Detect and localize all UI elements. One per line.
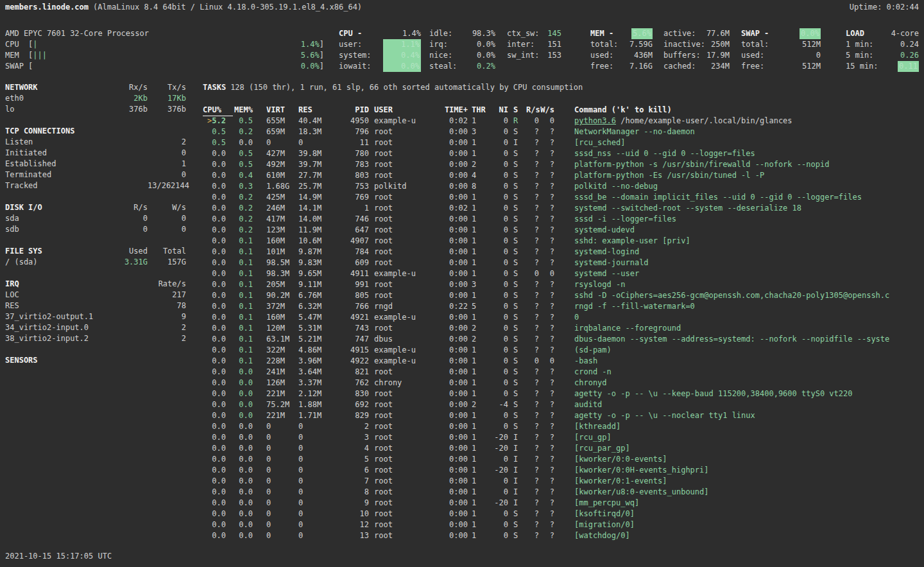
cell-user: root (369, 279, 416, 290)
cell-ni: 0 (486, 323, 508, 334)
cell-time: 0:00 (416, 148, 468, 159)
cell-time: 0:00 (416, 509, 468, 519)
cell-mem: 0.3 (226, 181, 253, 192)
section-header: NETWORKRx/sTx/s (5, 82, 186, 93)
cpu-value: 0.0 (212, 182, 226, 191)
cell-wps: ? (539, 476, 554, 487)
cpu-value: 0.0 (212, 324, 226, 333)
cell-time: 0:00 (416, 399, 468, 410)
cell-res: 2.12M (298, 388, 345, 399)
stat-label: active: (663, 28, 696, 39)
cell-thr: 5 (468, 301, 486, 312)
stat-label: steal: (429, 61, 457, 72)
command-name: [kworker/u8:0-events_unbound] (574, 487, 709, 496)
process-row: 0.00.0009root0:001-20I??[mm_percpu_wq] (203, 498, 924, 509)
cell-state: S (508, 181, 526, 192)
command-args: /home/example-user/.local/bin/glances (616, 116, 792, 125)
diskio-panel: DISK I/OR/sW/ssda00sdb00 (5, 202, 186, 235)
cell-virt: 120M (253, 323, 298, 334)
cpu-value: 0.0 (212, 487, 226, 496)
cell-rps: ? (526, 203, 539, 214)
cpu-value: 0.0 (212, 520, 226, 529)
cell-mem: 0.1 (226, 279, 253, 290)
cell-cpu: 0.0 (203, 509, 226, 519)
cell-wps: ? (539, 312, 554, 323)
cpu-value: 0.0 (212, 345, 226, 354)
cell-user: root (369, 530, 416, 541)
cpu-value: 5.2 (212, 116, 226, 125)
glances-terminal-screen[interactable]: members.linode.com (AlmaLinux 8.4 64bit … (0, 0, 924, 567)
stat-label: 5 min: (846, 50, 873, 61)
cell-thr: 1 (468, 487, 486, 498)
stat-label: cached: (663, 61, 696, 72)
stat-label: inactive: (663, 39, 705, 50)
command-name: rngd -f --fill-watermark=0 (574, 302, 695, 311)
item-value-1: 2Kb (112, 93, 148, 104)
item-value-2: 0 (148, 170, 186, 180)
command-name: -bash (574, 356, 597, 365)
stat-value: 512M (802, 61, 821, 72)
item-value-2: 2 (148, 137, 186, 148)
item-value-2: 17Kb (148, 93, 186, 104)
command-name: [kworker/0:1-events] (574, 476, 667, 485)
cell-time: 0:00 (416, 421, 468, 432)
cell-cpu: 0.0 (203, 378, 226, 388)
item-value-1 (112, 170, 148, 180)
cell-ni: 0 (486, 268, 508, 279)
col-header-mem: MEM% (226, 105, 253, 116)
cell-command: [rcu_gp] (554, 432, 924, 443)
cell-res: 11.9M (298, 225, 345, 236)
cell-pid: 783 (345, 159, 369, 170)
stat-label: free: (590, 61, 613, 72)
cell-state: I (508, 487, 526, 498)
cell-res: 39.8M (298, 148, 345, 159)
cpu-value: 0.0 (212, 476, 226, 485)
cell-virt: 417M (253, 214, 298, 225)
quicklook-panel: AMD EPYC 7601 32-Core Processor CPU[|1.4… (5, 28, 324, 72)
command-name: systemd-udevd (574, 225, 635, 234)
cell-wps: ? (539, 159, 554, 170)
section-col1-header: R/s (112, 202, 148, 213)
cell-pid: 7 (345, 476, 369, 487)
cell-mem: 0.5 (226, 116, 253, 126)
cell-command: [mm_percpu_wq] (554, 498, 924, 509)
cell-wps: 0 (539, 116, 554, 126)
cell-ni: 0 (486, 454, 508, 465)
stat-value: 0.11 (898, 61, 919, 72)
cell-pid: 11 (345, 137, 369, 148)
cell-user: example-u (369, 312, 416, 323)
command-name: sssd_nss --uid 0 --gid 0 --logger=files (574, 149, 755, 158)
cell-cpu: 0.0 (203, 421, 226, 432)
cell-pid: 6 (345, 465, 369, 476)
cell-command: [kworker/u8:0-events_unbound] (554, 487, 924, 498)
cell-state: I (508, 443, 526, 454)
cell-res: 1.88M (298, 399, 345, 410)
cell-rps: ? (526, 378, 539, 388)
cell-state: S (508, 530, 526, 541)
stat-value: 1.4% (402, 28, 421, 39)
cell-virt: 75.2M (253, 399, 298, 410)
cell-rps: ? (526, 367, 539, 378)
cell-command: sssd -i --logger=files (554, 214, 924, 225)
load-panel: LOAD4-core1 min:0.245 min:0.2615 min:0.1… (846, 28, 919, 72)
cell-ni: 0 (486, 367, 508, 378)
mem-panel: MEM -5.6%total:7.59Gused:436Mfree:7.16G (590, 28, 653, 72)
section-header: FILE SYSUsedTotal (5, 246, 186, 257)
cell-cpu: 0.0 (203, 236, 226, 247)
cell-user: root (369, 192, 416, 203)
cell-wps: ? (539, 367, 554, 378)
stat-row: CPU -1.4% (339, 28, 421, 39)
cell-pid: 1 (345, 203, 369, 214)
cell-rps: ? (526, 126, 539, 137)
col-header-cmd: Command ('k' to kill) (554, 105, 924, 116)
command-name: platform-python -s /usr/sbin/firewalld -… (574, 160, 829, 169)
cpu-value: 0.0 (212, 214, 226, 223)
stat-value: 0.0% (477, 39, 495, 50)
cell-time: 0:00 (416, 410, 468, 421)
stat-row: system:0.4% (339, 50, 421, 61)
cell-cpu: 0.0 (203, 312, 226, 323)
cell-time: 0:00 (416, 225, 468, 236)
cell-thr: 1 (468, 225, 486, 236)
command-name: [kworker/0:0H-events_highpri] (574, 466, 709, 475)
gauge-cpu: CPU[|1.4%] (5, 39, 324, 50)
